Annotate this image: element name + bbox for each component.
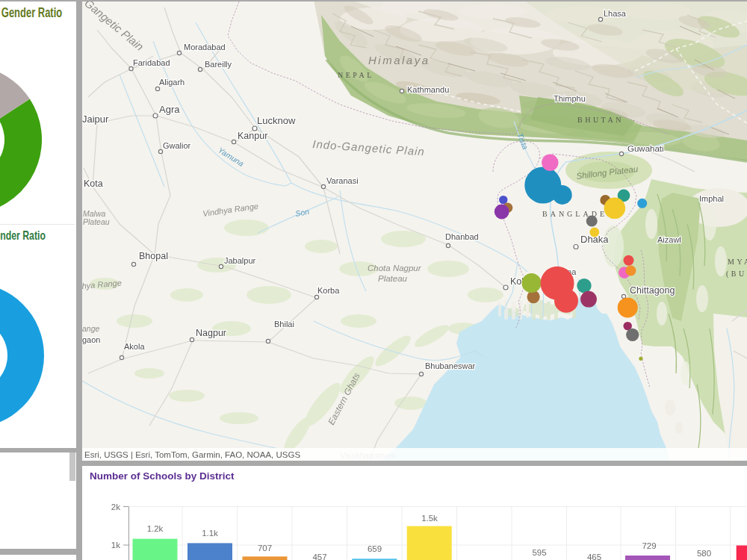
svg-text:Chittagong: Chittagong <box>630 285 675 296</box>
svg-text:Jaipur: Jaipur <box>82 113 109 125</box>
svg-text:Bhilai: Bhilai <box>274 320 294 329</box>
svg-text:Dhanbad: Dhanbad <box>445 232 479 241</box>
svg-text:MYANMAR: MYANMAR <box>728 258 747 266</box>
svg-text:Plateau: Plateau <box>83 217 110 226</box>
svg-text:1.2k: 1.2k <box>147 524 164 533</box>
svg-text:Bhopal: Bhopal <box>139 251 168 261</box>
svg-text:Aizawl: Aizawl <box>657 235 681 244</box>
svg-text:465: 465 <box>587 553 601 560</box>
svg-text:Gwalior: Gwalior <box>163 141 191 150</box>
svg-text:Plateau: Plateau <box>378 274 408 283</box>
svg-text:Lucknow: Lucknow <box>257 115 296 126</box>
svg-text:659: 659 <box>368 544 382 553</box>
svg-text:ange: ange <box>82 324 100 333</box>
svg-text:2k: 2k <box>111 503 120 511</box>
svg-text:Agra: Agra <box>159 104 180 115</box>
svg-text:Guwahati: Guwahati <box>627 144 664 153</box>
svg-text:729: 729 <box>642 541 656 550</box>
svg-text:Jabalpur: Jabalpur <box>224 256 256 265</box>
svg-text:Kathmandu: Kathmandu <box>407 85 449 94</box>
svg-text:Himalaya: Himalaya <box>368 54 430 66</box>
svg-text:gaon: gaon <box>82 335 100 344</box>
svg-text:NEPAL: NEPAL <box>338 71 374 79</box>
svg-text:Lhasa: Lhasa <box>604 9 627 18</box>
svg-text:1k: 1k <box>111 541 120 550</box>
svg-text:457: 457 <box>312 553 326 560</box>
svg-text:BHUTAN: BHUTAN <box>577 116 624 124</box>
svg-text:Imphal: Imphal <box>699 194 724 203</box>
svg-text:580: 580 <box>697 549 711 558</box>
svg-text:Korba: Korba <box>317 286 340 295</box>
svg-text:Varanasi: Varanasi <box>326 176 359 185</box>
svg-text:Nagpur: Nagpur <box>196 328 226 338</box>
svg-text:1.1k: 1.1k <box>202 529 218 538</box>
svg-text:Thimphu: Thimphu <box>554 94 586 103</box>
svg-text:707: 707 <box>258 544 272 553</box>
svg-text:595: 595 <box>532 548 546 557</box>
svg-text:Bhubaneswar: Bhubaneswar <box>425 361 476 370</box>
svg-text:Moradabad: Moradabad <box>184 43 226 52</box>
svg-text:Esri, USGS | Esri, TomTom, Gar: Esri, USGS | Esri, TomTom, Garmin, FAO, … <box>84 450 300 459</box>
svg-text:Kanpur: Kanpur <box>238 131 267 141</box>
svg-text:Aligarh: Aligarh <box>159 78 185 87</box>
svg-text:Akola: Akola <box>124 342 145 351</box>
svg-text:Kota: Kota <box>84 178 103 189</box>
svg-text:Chota Nagpur: Chota Nagpur <box>368 264 422 273</box>
svg-text:Bareilly: Bareilly <box>205 60 232 69</box>
svg-text:1.5k: 1.5k <box>421 514 438 523</box>
svg-text:Faridabad: Faridabad <box>133 58 170 67</box>
svg-text:(BURMA): (BURMA) <box>726 270 747 279</box>
